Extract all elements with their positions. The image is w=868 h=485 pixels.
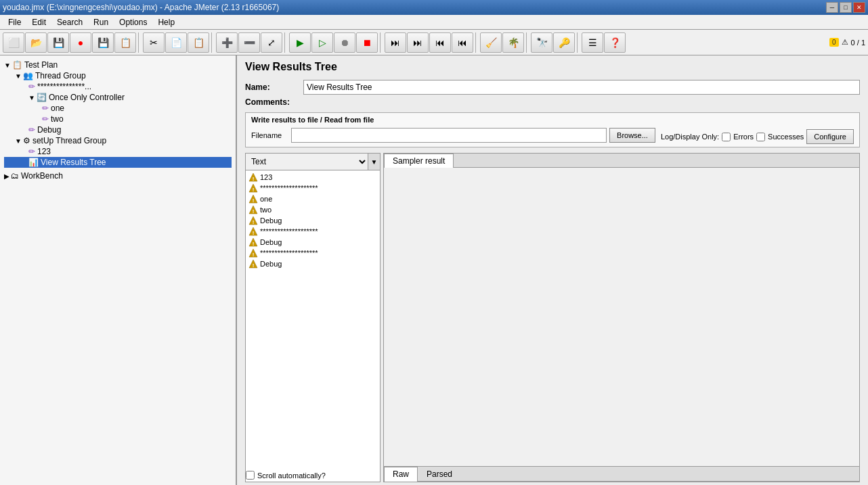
- bonzai-button[interactable]: 🌴: [502, 32, 524, 53]
- svg-text:!: !: [253, 241, 255, 247]
- tree-node-http-dots[interactable]: ✏ ***************...: [4, 81, 232, 92]
- toolbar-right: 0 ⚠ 0 / 1: [829, 38, 865, 47]
- new-button[interactable]: ⬜: [3, 32, 24, 53]
- tab-parsed[interactable]: Parsed: [418, 467, 461, 481]
- stop-now-button[interactable]: ⏹: [356, 32, 378, 53]
- configure-button[interactable]: Configure: [806, 129, 854, 144]
- filename-input[interactable]: [291, 128, 607, 143]
- remote-stop-button[interactable]: ⏮: [429, 32, 451, 53]
- svg-text:!: !: [253, 198, 255, 204]
- left-panel: ▼ 📋 Test Plan ▼ 👥 Thread Group ✏ *******…: [0, 55, 237, 485]
- expand-arrow-once-only[interactable]: ▼: [28, 94, 35, 101]
- tab-bar: Sampler result: [384, 154, 859, 168]
- expand-arrow-setup[interactable]: ▼: [15, 137, 22, 145]
- successes-checkbox[interactable]: [756, 133, 765, 141]
- menu-item-run[interactable]: Run: [88, 16, 114, 28]
- sampler-result-panel: Sampler result Raw Parsed: [383, 153, 860, 482]
- open-button[interactable]: 📂: [25, 32, 47, 53]
- log-display-label: Log/Display Only:: [661, 133, 719, 141]
- result-item-6[interactable]: !Debug: [247, 237, 378, 248]
- svg-text:!: !: [253, 230, 255, 236]
- separator5: [475, 32, 478, 53]
- cut-button[interactable]: ✂: [143, 32, 165, 53]
- filename-row: Filename Browse... Log/Display Only: Err…: [251, 126, 854, 144]
- result-item-0[interactable]: !123: [247, 172, 378, 183]
- tree-node-123[interactable]: ✏ 123: [4, 146, 232, 157]
- tree-node-setup[interactable]: ▼ ⚙ setUp Thread Group: [4, 135, 232, 146]
- expand-arrow-workbench[interactable]: ▶: [4, 172, 9, 180]
- expand-arrow-thread-group[interactable]: ▼: [15, 72, 22, 80]
- collapse-button[interactable]: ➖: [238, 32, 260, 53]
- test-plan-icon: 📋: [12, 60, 22, 70]
- menu-item-edit[interactable]: Edit: [26, 16, 51, 28]
- menu-item-help[interactable]: Help: [152, 16, 180, 28]
- stop-button[interactable]: ⏺: [334, 32, 355, 53]
- remote-start-all-button[interactable]: ⏭: [407, 32, 429, 53]
- maximize-button[interactable]: □: [840, 2, 852, 13]
- toggle-button[interactable]: ⤢: [261, 32, 282, 53]
- clear-all-button[interactable]: 🧹: [480, 32, 502, 53]
- log-display-inline: Log/Display Only: Errors Successes Confi…: [661, 129, 854, 144]
- view-mode-select[interactable]: Text RegExp Tester CSS/JQuery Tester XPa…: [246, 154, 368, 170]
- result-item-5[interactable]: !********************: [247, 226, 378, 237]
- tree-node-view-results-tree[interactable]: 📊 View Results Tree: [4, 157, 232, 168]
- save-button[interactable]: 💾: [92, 32, 114, 53]
- sampler-content-display: [384, 168, 859, 466]
- text-dropdown-bar: Text RegExp Tester CSS/JQuery Tester XPa…: [246, 154, 380, 170]
- menu-item-options[interactable]: Options: [114, 16, 152, 28]
- name-input[interactable]: [303, 80, 860, 95]
- toolbar: ⬜ 📂 💾 ● 💾 📋 ✂ 📄 📋 ➕ ➖ ⤢ ▶ ▷ ⏺ ⏹ ⏭ ⏭ ⏮ ⏮ …: [0, 30, 868, 55]
- comments-label: Comments:: [245, 97, 299, 107]
- copy-button[interactable]: 📄: [165, 32, 187, 53]
- save-template-button[interactable]: 💾: [47, 32, 69, 53]
- one-icon: ✏: [42, 103, 49, 113]
- paste-button[interactable]: 📋: [188, 32, 209, 53]
- result-item-4[interactable]: !Debug: [247, 215, 378, 226]
- result-item-3[interactable]: !two: [247, 204, 378, 215]
- workbench-icon: 🗂: [11, 171, 19, 181]
- menu-item-file[interactable]: File: [3, 16, 26, 28]
- close-button[interactable]: ✕: [853, 2, 865, 13]
- expand-button[interactable]: ➕: [216, 32, 238, 53]
- binoculars-button[interactable]: 🔭: [531, 32, 552, 53]
- test-plan-button[interactable]: ☰: [582, 32, 603, 53]
- save-all-button[interactable]: 📋: [114, 32, 136, 53]
- tree-node-workbench[interactable]: ▶ 🗂 WorkBench: [4, 170, 232, 181]
- remote-start-button[interactable]: ⏭: [385, 32, 406, 53]
- result-item-8[interactable]: !Debug: [247, 258, 378, 269]
- errors-label: Errors: [733, 133, 754, 141]
- form-area: Name: Comments:: [237, 77, 868, 110]
- tree-node-test-plan[interactable]: ▼ 📋 Test Plan: [4, 60, 232, 70]
- minimize-button[interactable]: ─: [826, 2, 838, 13]
- browse-button[interactable]: Browse...: [609, 128, 655, 143]
- function-helper-button[interactable]: 🔑: [553, 32, 575, 53]
- expand-arrow-test-plan[interactable]: ▼: [4, 62, 11, 69]
- run-button[interactable]: ▶: [289, 32, 311, 53]
- tab-sampler-result[interactable]: Sampler result: [384, 154, 454, 168]
- result-item-1[interactable]: !********************: [247, 183, 378, 193]
- scroll-automatically-checkbox[interactable]: [246, 471, 255, 480]
- help-button[interactable]: ❓: [604, 32, 626, 53]
- error-count: 0 / 1: [851, 39, 865, 47]
- errors-checkbox[interactable]: [722, 133, 731, 141]
- tree-label-one: one: [51, 103, 64, 113]
- menu-item-search[interactable]: Search: [51, 16, 88, 28]
- result-item-7[interactable]: !********************: [247, 248, 378, 258]
- result-item-2[interactable]: !one: [247, 193, 378, 204]
- tree-node-once-only[interactable]: ▼ 🔄 Once Only Controller: [4, 92, 232, 103]
- thread-group-icon: 👥: [23, 71, 33, 80]
- remote-stop-all-button[interactable]: ⏮: [452, 32, 473, 53]
- result-icon-2: !: [248, 194, 258, 204]
- revert-button[interactable]: ●: [70, 32, 91, 53]
- separator2: [211, 32, 214, 53]
- tab-raw[interactable]: Raw: [384, 467, 418, 482]
- view-results-icon: 📊: [28, 158, 39, 167]
- run-no-pause-button[interactable]: ▷: [311, 32, 333, 53]
- tree-node-one[interactable]: ✏ one: [4, 103, 232, 114]
- dropdown-arrow-icon[interactable]: ▼: [368, 154, 380, 170]
- tree-node-two[interactable]: ✏ two: [4, 114, 232, 124]
- tree-node-thread-group[interactable]: ▼ 👥 Thread Group: [4, 70, 232, 81]
- name-label: Name:: [245, 83, 299, 92]
- tree-node-debug[interactable]: ✏ Debug: [4, 124, 232, 135]
- tree-label-once-only: Once Only Controller: [49, 93, 125, 102]
